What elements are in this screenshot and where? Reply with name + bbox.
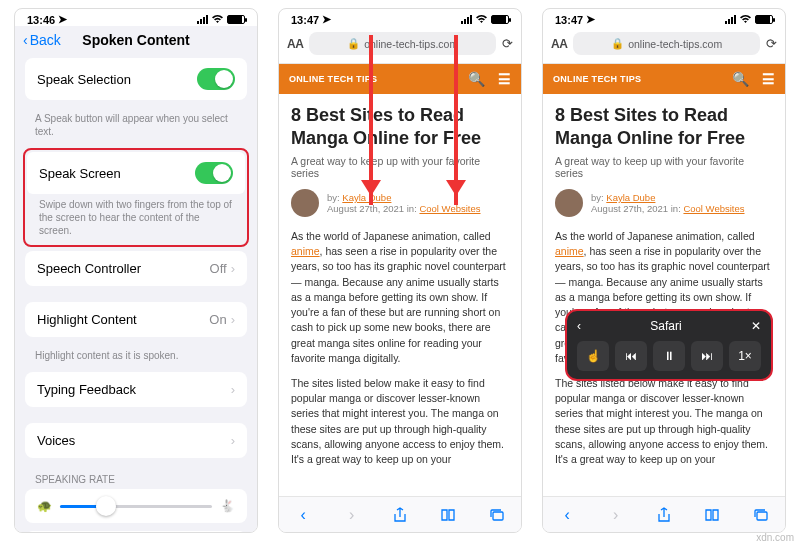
avatar — [291, 189, 319, 217]
status-time: 13:47 — [291, 14, 319, 26]
close-icon[interactable]: ✕ — [751, 319, 761, 333]
speak-selection-toggle[interactable] — [197, 68, 235, 90]
bookmarks-icon[interactable] — [703, 506, 721, 524]
chevron-left-icon: ‹ — [23, 32, 28, 48]
safari-bottom-bar: ‹ › — [543, 496, 785, 532]
site-header: ONLINE TECH TIPS 🔍☰ — [279, 64, 521, 94]
reload-button[interactable]: ⟳ — [766, 36, 777, 51]
rabbit-icon: 🐇 — [220, 499, 235, 513]
status-time: 13:47 — [555, 14, 583, 26]
speech-controller-row[interactable]: Speech Controller Off› — [25, 251, 247, 286]
safari-toolbar: AA 🔒online-tech-tips.com ⟳ — [543, 26, 785, 64]
url-bar[interactable]: 🔒online-tech-tips.com — [309, 32, 496, 55]
share-icon[interactable] — [655, 506, 673, 524]
article-title: 8 Best Sites to Read Manga Online for Fr… — [291, 104, 509, 149]
speak-screen-desc: Swipe down with two fingers from the top… — [27, 194, 245, 243]
byline: by: Kayla DubeAugust 27th, 2021 in: Cool… — [555, 189, 773, 217]
nav-bar: ‹Back Spoken Content — [15, 26, 257, 58]
svg-rect-0 — [493, 512, 503, 520]
location-icon: ➤ — [322, 13, 331, 26]
byline: by: Kayla DubeAugust 27th, 2021 in: Cool… — [291, 189, 509, 217]
tabs-icon[interactable] — [752, 506, 770, 524]
back-label: Back — [30, 32, 61, 48]
svg-rect-1 — [757, 512, 767, 520]
safari-toolbar: AA 🔒online-tech-tips.com ⟳ — [279, 26, 521, 64]
category-link[interactable]: Cool Websites — [683, 203, 744, 214]
highlight-content-label: Highlight Content — [37, 312, 137, 327]
highlight-content-row[interactable]: Highlight Content On› — [25, 302, 247, 337]
watermark: xdn.com — [756, 532, 794, 543]
pronunciations-row[interactable]: Pronunciations › — [25, 531, 247, 533]
typing-feedback-label: Typing Feedback — [37, 382, 136, 397]
voices-label: Voices — [37, 433, 75, 448]
url-bar[interactable]: 🔒online-tech-tips.com — [573, 32, 760, 55]
forward-icon[interactable]: › — [343, 506, 361, 524]
article-content: 8 Best Sites to Read Manga Online for Fr… — [543, 94, 785, 496]
menu-icon[interactable]: ☰ — [762, 71, 775, 87]
turtle-icon: 🐢 — [37, 499, 52, 513]
speech-controller-overlay[interactable]: ‹ Safari ✕ ☝ ⏮ ⏸ ⏭ 1× — [565, 309, 773, 381]
phone-safari-speech: 13:47➤ AA 🔒online-tech-tips.com ⟳ ONLINE… — [542, 8, 786, 533]
speaking-rate-header: Speaking Rate — [15, 466, 257, 489]
chevron-right-icon: › — [231, 433, 235, 448]
speak-selection-row[interactable]: Speak Selection — [25, 58, 247, 100]
signal-icon — [197, 15, 208, 24]
anime-link[interactable]: anime — [555, 245, 584, 257]
speech-app-label: Safari — [650, 319, 681, 333]
previous-button[interactable]: ⏮ — [615, 341, 647, 371]
speak-selection-desc: A Speak button will appear when you sele… — [15, 108, 257, 148]
collapse-icon[interactable]: ‹ — [577, 319, 581, 333]
speak-screen-toggle[interactable] — [195, 162, 233, 184]
bookmarks-icon[interactable] — [439, 506, 457, 524]
back-icon[interactable]: ‹ — [558, 506, 576, 524]
lock-icon: 🔒 — [347, 37, 360, 50]
forward-icon[interactable]: › — [607, 506, 625, 524]
paragraph: The sites listed below make it easy to f… — [555, 376, 773, 467]
speaking-rate-row: 🐢 🐇 — [25, 489, 247, 523]
status-time: 13:46 — [27, 14, 55, 26]
back-button[interactable]: ‹Back — [23, 32, 61, 48]
share-icon[interactable] — [391, 506, 409, 524]
speech-controller-label: Speech Controller — [37, 261, 141, 276]
author-link[interactable]: Kayla Dube — [606, 192, 655, 203]
speak-screen-highlight: Speak Screen Swipe down with two fingers… — [23, 148, 249, 247]
battery-icon — [227, 15, 245, 24]
search-icon[interactable]: 🔍 — [468, 71, 485, 87]
article-date: August 27th, 2021 in: — [591, 203, 681, 214]
page-title: Spoken Content — [82, 32, 189, 48]
text-size-button[interactable]: AA — [551, 37, 567, 51]
avatar — [555, 189, 583, 217]
speed-button[interactable]: 1× — [729, 341, 761, 371]
pause-button[interactable]: ⏸ — [653, 341, 685, 371]
url-text: online-tech-tips.com — [364, 38, 458, 50]
url-text: online-tech-tips.com — [628, 38, 722, 50]
swipe-arrow-icon — [454, 35, 458, 205]
tabs-icon[interactable] — [488, 506, 506, 524]
phone-safari-gesture: 13:47➤ AA 🔒online-tech-tips.com ⟳ ONLINE… — [278, 8, 522, 533]
speaking-rate-slider[interactable] — [60, 505, 212, 508]
phone-settings: 13:46➤ ‹Back Spoken Content Speak Select… — [14, 8, 258, 533]
anime-link[interactable]: anime — [291, 245, 320, 257]
next-button[interactable]: ⏭ — [691, 341, 723, 371]
status-bar: 13:46➤ — [15, 9, 257, 26]
location-icon: ➤ — [586, 13, 595, 26]
typing-feedback-row[interactable]: Typing Feedback › — [25, 372, 247, 407]
back-icon[interactable]: ‹ — [294, 506, 312, 524]
search-icon[interactable]: 🔍 — [732, 71, 749, 87]
article-title: 8 Best Sites to Read Manga Online for Fr… — [555, 104, 773, 149]
voices-row[interactable]: Voices › — [25, 423, 247, 458]
article-subtitle: A great way to keep up with your favorit… — [291, 155, 509, 179]
text-size-button[interactable]: AA — [287, 37, 303, 51]
location-icon: ➤ — [58, 13, 67, 26]
speak-selection-label: Speak Selection — [37, 72, 131, 87]
status-bar: 13:47➤ — [543, 9, 785, 26]
menu-icon[interactable]: ☰ — [498, 71, 511, 87]
reload-button[interactable]: ⟳ — [502, 36, 513, 51]
speak-screen-row[interactable]: Speak Screen — [27, 152, 245, 194]
speech-controller-value: Off — [210, 261, 227, 276]
hand-button[interactable]: ☝ — [577, 341, 609, 371]
signal-icon — [725, 15, 736, 24]
wifi-icon — [739, 14, 752, 26]
status-bar: 13:47➤ — [279, 9, 521, 26]
battery-icon — [491, 15, 509, 24]
